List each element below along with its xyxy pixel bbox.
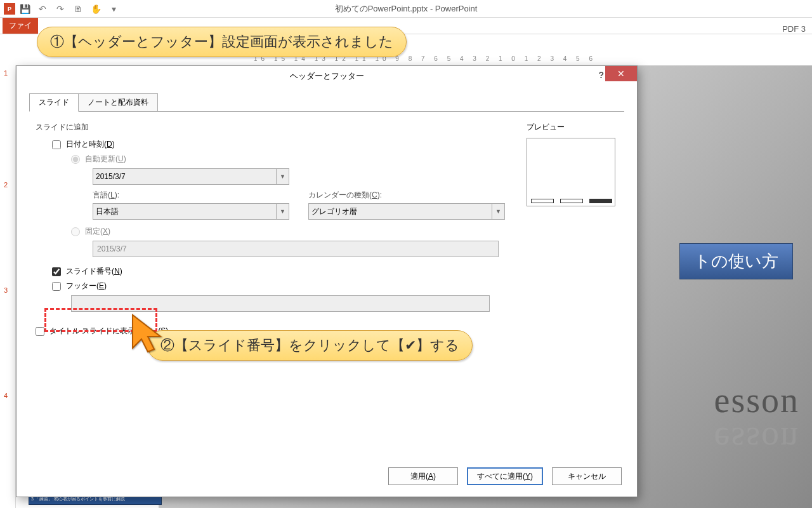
fixed-value-row: 2015/3/7 bbox=[93, 241, 624, 257]
chevron-down-icon[interactable]: ▼ bbox=[492, 204, 504, 219]
preview-slot-center bbox=[560, 199, 583, 203]
dialog-button-row: 適用(A) すべてに適用(Y) キャンセル bbox=[388, 467, 622, 485]
apply-all-button[interactable]: すべてに適用(Y) bbox=[467, 467, 543, 485]
fixed-label: 固定(X) bbox=[85, 226, 110, 237]
thumb-num-4[interactable]: 4 bbox=[0, 391, 15, 401]
apply-button[interactable]: 適用(A) bbox=[388, 467, 458, 485]
ribbon-right-fragment: PDF 3 bbox=[782, 24, 812, 34]
dialog-title-bar: ヘッダーとフッター ? ✕ bbox=[16, 66, 637, 86]
tab-slide[interactable]: スライド bbox=[29, 93, 79, 112]
print-icon[interactable]: 🗎 bbox=[72, 3, 84, 15]
tab-notes-handouts[interactable]: ノートと配布資料 bbox=[79, 93, 158, 112]
tutorial-callout-1: ①【ヘッダーとフッター】設定画面が表示されました bbox=[37, 27, 407, 57]
quick-access-toolbar: 💾 ↶ ↷ 🗎 ✋ ▾ bbox=[19, 3, 119, 15]
preview-slot-left bbox=[531, 199, 554, 203]
footer-label: フッター(E) bbox=[66, 281, 107, 291]
chevron-down-icon[interactable]: ▼ bbox=[276, 204, 289, 219]
slide-number-checkbox[interactable] bbox=[52, 267, 61, 276]
auto-update-radio[interactable] bbox=[71, 155, 80, 164]
auto-date-combo[interactable]: 2015/3/7 ▼ bbox=[93, 168, 289, 185]
window-title: 初めてのPowerPoint.pptx - PowerPoint bbox=[335, 3, 478, 15]
calendar-combo[interactable]: グレゴリオ暦 ▼ bbox=[308, 203, 505, 220]
preview-frame bbox=[527, 138, 615, 206]
date-time-label: 日付と時刻(D) bbox=[66, 139, 115, 150]
auto-date-value: 2015/3/7 bbox=[96, 172, 126, 181]
help-button[interactable]: ? bbox=[598, 70, 604, 80]
slide-title-fragment: トの使い方 bbox=[679, 243, 793, 279]
save-icon[interactable]: 💾 bbox=[19, 3, 30, 15]
fixed-date-field[interactable]: 2015/3/7 bbox=[93, 241, 499, 257]
calendar-value: グレゴリオ暦 bbox=[311, 206, 357, 217]
dialog-tabstrip: スライド ノートと配布資料 bbox=[29, 93, 637, 111]
touch-icon[interactable]: ✋ bbox=[90, 3, 102, 15]
auto-update-label: 自動更新(U) bbox=[85, 154, 126, 164]
preview-label: プレビュー bbox=[527, 122, 622, 133]
fixed-row[interactable]: 固定(X) bbox=[71, 226, 624, 237]
tutorial-callout-2: ②【スライド番号】をクリックして【✔】する bbox=[147, 330, 473, 361]
preview-panel: プレビュー bbox=[527, 122, 622, 206]
undo-icon[interactable]: ↶ bbox=[37, 3, 48, 15]
slide-lesson-text: esson bbox=[714, 380, 799, 420]
footer-checkbox[interactable] bbox=[52, 282, 61, 291]
slide-number-row[interactable]: スライド番号(N) bbox=[52, 266, 624, 277]
slide-number-label: スライド番号(N) bbox=[66, 266, 122, 277]
close-button[interactable]: ✕ bbox=[605, 66, 637, 81]
cancel-button[interactable]: キャンセル bbox=[552, 467, 622, 485]
thumb-num-3[interactable]: 3 bbox=[0, 285, 15, 295]
tutorial-cursor-arrow bbox=[130, 312, 168, 359]
customize-icon[interactable]: ▾ bbox=[108, 3, 119, 15]
redo-icon[interactable]: ↷ bbox=[55, 3, 66, 15]
footer-row[interactable]: フッター(E) bbox=[52, 281, 624, 291]
thumb-num-2[interactable]: 2 bbox=[0, 180, 15, 190]
language-combo[interactable]: 日本語 ▼ bbox=[93, 203, 289, 220]
dialog-title: ヘッダーとフッター bbox=[290, 70, 364, 82]
date-time-checkbox[interactable] bbox=[52, 140, 61, 149]
language-value: 日本語 bbox=[96, 206, 119, 217]
preview-slot-right bbox=[589, 199, 612, 203]
title-bar: P 💾 ↶ ↷ 🗎 ✋ ▾ 初めてのPowerPoint.pptx - Powe… bbox=[0, 0, 812, 18]
dialog-body: スライドに追加 日付と時刻(D) 自動更新(U) 2015/3/7 ▼ 言語(L… bbox=[16, 112, 637, 467]
slide-thumbnail-panel: 1 2 3 4 bbox=[0, 65, 16, 508]
hide-on-title-checkbox[interactable] bbox=[36, 327, 44, 336]
calendar-label: カレンダーの種類(C): bbox=[308, 190, 505, 201]
language-label: 言語(L): bbox=[93, 190, 289, 201]
slide-lesson-reflection: esson bbox=[714, 420, 799, 460]
header-footer-dialog: ヘッダーとフッター ? ✕ スライド ノートと配布資料 スライドに追加 日付と時… bbox=[16, 65, 638, 497]
thumb-num-1[interactable]: 1 bbox=[0, 68, 15, 78]
fixed-radio[interactable] bbox=[71, 227, 80, 236]
file-tab[interactable]: ファイ bbox=[3, 18, 38, 34]
chevron-down-icon[interactable]: ▼ bbox=[276, 169, 289, 184]
app-icon: P bbox=[4, 3, 15, 15]
